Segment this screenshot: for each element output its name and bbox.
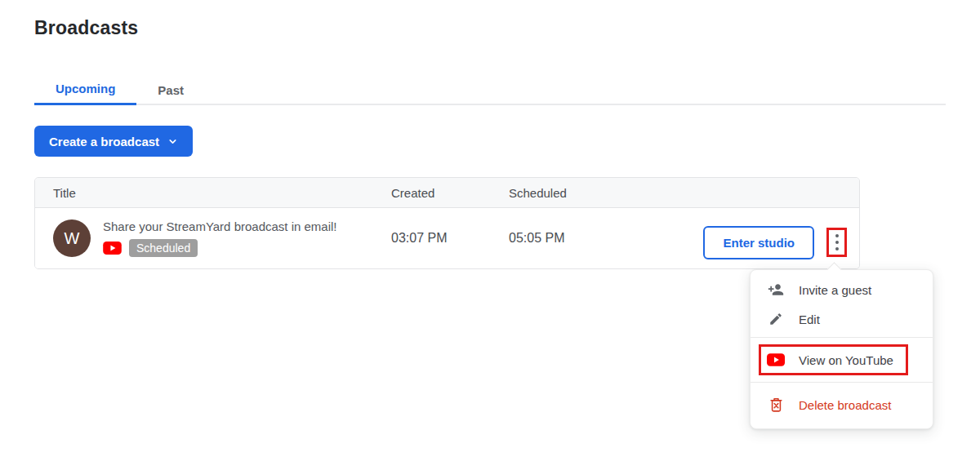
youtube-icon — [103, 242, 122, 255]
column-header-title: Title — [53, 186, 391, 200]
menu-item-edit[interactable]: Edit — [751, 304, 933, 334]
create-broadcast-button[interactable]: Create a broadcast — [34, 126, 193, 157]
menu-item-label: Invite a guest — [799, 283, 871, 297]
tab-past[interactable]: Past — [136, 74, 205, 105]
row-context-menu: Invite a guest Edit View on YouTube — [750, 269, 933, 429]
menu-item-view-on-youtube[interactable]: View on YouTube — [751, 341, 933, 379]
menu-divider — [751, 337, 933, 338]
pencil-icon — [767, 312, 785, 326]
created-time: 03:07 PM — [391, 231, 509, 246]
page-title: Broadcasts — [0, 0, 980, 38]
avatar: W — [53, 219, 91, 257]
table-row: W Share your StreamYard broadcast in ema… — [35, 208, 859, 268]
broadcast-title: Share your StreamYard broadcast in email… — [103, 219, 337, 233]
tab-upcoming-label: Upcoming — [56, 82, 115, 95]
enter-studio-button[interactable]: Enter studio — [703, 226, 814, 259]
menu-divider — [751, 382, 933, 383]
column-header-created: Created — [391, 186, 509, 200]
broadcast-title-cell: W Share your StreamYard broadcast in ema… — [53, 219, 391, 257]
column-header-scheduled: Scheduled — [509, 186, 639, 200]
chevron-down-icon — [167, 136, 178, 147]
tab-bar: Upcoming Past — [34, 74, 946, 105]
youtube-icon — [767, 353, 785, 366]
menu-item-invite-a-guest[interactable]: Invite a guest — [751, 275, 933, 304]
menu-item-label: View on YouTube — [799, 353, 893, 367]
status-badge: Scheduled — [129, 239, 198, 257]
trash-icon — [767, 397, 785, 412]
kebab-menu-icon[interactable] — [826, 228, 847, 257]
row-actions: Enter studio — [639, 208, 859, 268]
scheduled-time: 05:05 PM — [509, 231, 639, 246]
person-add-icon — [767, 281, 785, 298]
tab-upcoming[interactable]: Upcoming — [34, 74, 136, 105]
menu-item-label: Edit — [799, 313, 820, 326]
tab-past-label: Past — [158, 83, 184, 97]
table-header: Title Created Scheduled — [35, 178, 859, 208]
create-broadcast-label: Create a broadcast — [49, 135, 159, 148]
broadcasts-table: Title Created Scheduled W Share your Str… — [34, 177, 860, 269]
menu-item-label: Delete broadcast — [799, 398, 891, 412]
avatar-letter: W — [65, 229, 80, 248]
broadcasts-page: Broadcasts Upcoming Past Create a broadc… — [0, 0, 980, 461]
menu-item-delete-broadcast[interactable]: Delete broadcast — [751, 386, 933, 423]
